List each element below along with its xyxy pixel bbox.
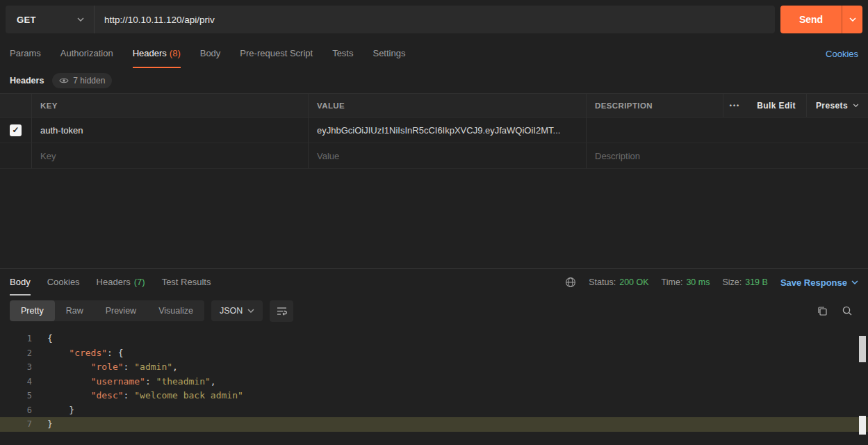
chevron-down-icon xyxy=(853,104,859,107)
tab-label: Headers xyxy=(133,48,167,58)
key-placeholder-cell[interactable]: Key xyxy=(31,143,308,168)
header-value-cell[interactable]: eyJhbGciOiJIUzI1NiIsInR5cCI6IkpXVCJ9.eyJ… xyxy=(308,118,586,143)
headers-title: Headers xyxy=(10,76,44,86)
code-line: 1{ xyxy=(0,332,868,346)
method-label: GET xyxy=(17,15,36,25)
send-options-button[interactable] xyxy=(842,6,862,33)
row-checkbox-cell xyxy=(0,143,31,168)
url-container: GET xyxy=(6,6,775,33)
empty-area xyxy=(0,169,868,268)
postman-window: GET Send Params Authorization Headers (8… xyxy=(0,0,868,445)
wrap-text-button[interactable] xyxy=(270,300,293,322)
line-number: 1 xyxy=(0,332,32,346)
send-button[interactable]: Send xyxy=(780,6,842,33)
line-number: 5 xyxy=(0,389,32,403)
tab-count: (7) xyxy=(134,277,145,287)
tab-body[interactable]: Body xyxy=(200,39,221,68)
code-line: 4 "username": "theadmin", xyxy=(0,375,868,389)
code-text: } xyxy=(32,403,74,418)
presets-dropdown[interactable]: Presets xyxy=(806,94,868,117)
code-text: "role": "admin", xyxy=(32,360,178,375)
line-number: 3 xyxy=(0,360,32,375)
chevron-down-icon xyxy=(77,17,84,22)
response-pane: Body Cookies Headers (7) Test Results St… xyxy=(0,268,868,445)
time-label: Time: xyxy=(662,277,683,287)
tab-label: Pre-request Script xyxy=(240,48,313,58)
chevron-down-icon xyxy=(247,309,254,313)
response-tab-headers[interactable]: Headers (7) xyxy=(97,269,145,296)
row-checkbox[interactable]: ✓ xyxy=(10,124,22,136)
request-bar: GET Send xyxy=(0,0,868,39)
save-response-label: Save Response xyxy=(780,277,847,288)
tab-headers[interactable]: Headers (8) xyxy=(133,39,181,68)
view-tab-visualize[interactable]: Visualize xyxy=(147,300,204,321)
view-mode-tabs: Pretty Raw Preview Visualize xyxy=(10,300,204,321)
size-label: Size: xyxy=(722,277,742,287)
header-description-cell[interactable] xyxy=(586,118,868,143)
status-badge: Status: 200 OK xyxy=(589,277,648,287)
view-tab-preview[interactable]: Preview xyxy=(95,300,147,321)
line-number: 4 xyxy=(0,375,32,389)
code-lines: 1{2 "creds": {3 "role": "admin",4 "usern… xyxy=(0,332,868,432)
scrollbar-thumb[interactable] xyxy=(859,416,866,435)
code-line: 5 "desc": "welcome back admin" xyxy=(0,389,868,403)
size-badge: Size: 319 B xyxy=(722,277,767,287)
code-text: } xyxy=(32,417,53,432)
headers-table: KEY VALUE DESCRIPTION ••• Bulk Edit Pres… xyxy=(0,93,868,169)
chevron-down-icon xyxy=(849,17,856,22)
response-toolbar: Pretty Raw Preview Visualize JSON xyxy=(0,296,868,326)
description-placeholder-cell[interactable]: Description xyxy=(586,143,868,168)
line-number: 7 xyxy=(0,417,32,432)
line-number: 2 xyxy=(0,346,32,361)
tab-authorization[interactable]: Authorization xyxy=(60,39,113,68)
view-tab-pretty[interactable]: Pretty xyxy=(10,300,55,321)
url-input[interactable] xyxy=(95,6,775,33)
response-tab-cookies[interactable]: Cookies xyxy=(47,269,80,296)
view-tab-raw[interactable]: Raw xyxy=(55,300,95,321)
tab-count: (8) xyxy=(170,48,181,58)
tab-tests[interactable]: Tests xyxy=(332,39,353,68)
response-tabs: Body Cookies Headers (7) Test Results St… xyxy=(0,269,868,296)
method-select[interactable]: GET xyxy=(6,6,95,33)
eye-icon xyxy=(59,77,69,84)
response-body-viewer: 1{2 "creds": {3 "role": "admin",4 "usern… xyxy=(0,326,868,445)
response-tab-body[interactable]: Body xyxy=(10,269,31,296)
tab-label: Body xyxy=(200,48,221,58)
value-placeholder-cell[interactable]: Value xyxy=(308,143,586,168)
table-row-empty: Key Value Description xyxy=(0,143,868,169)
hidden-headers-toggle[interactable]: 7 hidden xyxy=(52,73,112,88)
response-meta: Status: 200 OK Time: 30 ms Size: 319 B S… xyxy=(565,269,858,296)
wrap-text-icon xyxy=(277,307,287,316)
format-label: JSON xyxy=(220,306,243,316)
cookies-link[interactable]: Cookies xyxy=(826,49,858,59)
code-line: 3 "role": "admin", xyxy=(0,360,868,375)
code-line: 7} xyxy=(0,417,868,432)
search-button[interactable] xyxy=(842,305,853,316)
save-response-button[interactable]: Save Response xyxy=(780,277,858,288)
more-options-icon[interactable]: ••• xyxy=(723,94,746,117)
tab-label: Tests xyxy=(332,48,353,58)
tab-label: Test Results xyxy=(162,277,211,287)
tab-label: Authorization xyxy=(60,48,113,58)
tab-settings[interactable]: Settings xyxy=(372,39,405,68)
scrollbar-thumb[interactable] xyxy=(859,336,866,362)
code-text: "username": "theadmin", xyxy=(32,375,216,389)
header-key-cell[interactable]: auth-token xyxy=(31,118,308,143)
tab-pre-request-script[interactable]: Pre-request Script xyxy=(240,39,313,68)
network-globe-icon[interactable] xyxy=(565,277,576,288)
format-dropdown[interactable]: JSON xyxy=(211,300,263,321)
column-header-key: KEY xyxy=(31,94,308,117)
tab-params[interactable]: Params xyxy=(10,39,41,68)
search-icon xyxy=(842,305,853,316)
code-line: 2 "creds": { xyxy=(0,346,868,361)
tab-label: Params xyxy=(10,48,41,58)
code-text: { xyxy=(32,332,53,346)
tab-label: Body xyxy=(10,277,31,287)
bulk-edit-button[interactable]: Bulk Edit xyxy=(746,94,806,117)
response-tab-test-results[interactable]: Test Results xyxy=(162,269,211,296)
table-row: ✓ auth-token eyJhbGciOiJIUzI1NiIsInR5cCI… xyxy=(0,118,868,143)
copy-button[interactable] xyxy=(817,305,828,316)
chevron-down-icon xyxy=(851,280,858,284)
column-header-description: DESCRIPTION xyxy=(586,94,723,117)
request-tabs: Params Authorization Headers (8) Body Pr… xyxy=(0,39,868,68)
